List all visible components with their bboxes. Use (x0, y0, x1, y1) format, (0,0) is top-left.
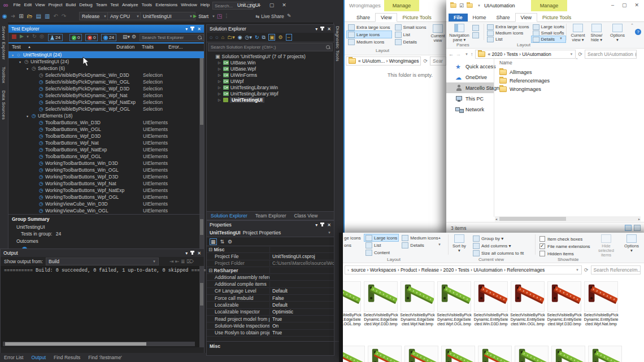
menu-item[interactable]: Build (64, 0, 77, 10)
menu-item[interactable]: Window (179, 0, 198, 10)
nav-item[interactable]: This PC (446, 93, 494, 104)
solution-tree-row[interactable]: ▷ UIBase.Win (207, 59, 334, 66)
window-position-icon[interactable]: ▾ (315, 27, 317, 32)
expander-icon[interactable]: ▷ (218, 60, 223, 64)
test-tree-row[interactable]: ▾ Selection (6) (8, 65, 204, 72)
menu-item[interactable]: Project (46, 0, 64, 10)
property-row[interactable]: Project Folder C:\Users\Marcello\source\… (207, 260, 334, 267)
vs-toolbar-extra-icons[interactable]: ◳ ⁞ (217, 10, 227, 22)
pending-changes-icon[interactable]: ◷▾ (245, 34, 252, 40)
options-button[interactable]: Options ▾ (623, 234, 640, 253)
layout-option[interactable]: Medium icons (486, 30, 530, 36)
more-tools-icon[interactable]: ⁞ (225, 13, 227, 19)
test-tree-row[interactable]: ▾ UnitTestingUI (24) (8, 58, 204, 65)
bottom-tab[interactable]: Error List (0, 355, 27, 360)
test-tree-row[interactable]: ▾ UnitTestingUI (24) (8, 51, 204, 58)
platform-dropdown[interactable]: Any CPU▼ (107, 12, 142, 20)
current-view-button[interactable]: Current view ▾ (569, 24, 586, 42)
ribbon-tab[interactable]: File (449, 14, 468, 21)
forward-icon[interactable]: → (456, 51, 461, 57)
property-row[interactable]: Force call msbuild False (207, 295, 334, 302)
maximize-button[interactable]: ▢ (622, 2, 627, 8)
collapse-ribbon-icon[interactable]: ⌃ (630, 23, 634, 28)
side-tab-diagnostic-tools[interactable]: Diagnostic Tools (334, 23, 341, 65)
layout-option[interactable]: Details (401, 242, 439, 248)
properties-object-dropdown[interactable]: UnitTestingUI Project Properties ▼ (207, 229, 334, 237)
up-icon[interactable]: ↑ (471, 51, 473, 57)
test-tree-row[interactable]: WorkingToolbarButtons_Win_OGL UIElements (8, 167, 204, 173)
file-row[interactable]: WrongImages (499, 85, 550, 93)
ribbon-checkbox[interactable]: Item check boxes (539, 235, 590, 242)
column-traits[interactable]: Traits (142, 44, 154, 50)
redo-icon[interactable]: ↷ (62, 13, 66, 19)
solution-tree-row[interactable]: ▷ UIWinForms (207, 72, 334, 78)
output-toolbar-icons[interactable]: ⇥ ⇤ ≣ ⌦ (169, 259, 194, 264)
property-row[interactable]: Use Roslyn to obtain project re True (207, 330, 334, 337)
notrun-tests-badge[interactable]: ! 24 (101, 34, 116, 41)
layout-option[interactable]: Medium icons (401, 234, 439, 241)
qat-folder-icon[interactable] (467, 3, 472, 8)
menu-item[interactable]: Edit (22, 0, 33, 10)
test-tree-row[interactable]: WorkingViewCube_Win_OGL UIElements (8, 207, 204, 214)
layout-option[interactable]: Small icons (394, 24, 428, 30)
output-vscrollbar[interactable] (199, 266, 204, 347)
property-value[interactable]: True (270, 316, 282, 322)
hscrollbar[interactable]: ◂ ▸ (495, 216, 641, 221)
layout-option[interactable]: Details (394, 38, 428, 45)
image-file-thumbnail[interactable] (367, 346, 402, 362)
test-tree-row[interactable]: WorkingToolbarButtons_Wpf_NatExp UIEleme… (8, 187, 204, 194)
panel-tab[interactable]: Team Explorer (251, 212, 290, 220)
navigation-pane-button[interactable]: Navigation pane ▾ (449, 24, 470, 42)
sort-by-button[interactable]: Sort by ▾ (451, 234, 467, 253)
refresh-icon[interactable]: ⟳ (423, 58, 428, 64)
expander-icon[interactable]: ▷ (218, 91, 223, 95)
test-tree-row[interactable]: WorkingToolbarButtons_Wpf_D3D UIElements (8, 173, 204, 180)
image-file-thumbnail[interactable]: SelectVisibleByPickDynamic.EdgeSelected.… (437, 281, 472, 326)
stop-icon[interactable] (12, 34, 16, 39)
config-dropdown[interactable]: Release▼ (79, 12, 110, 20)
address-box[interactable]: « 2020 › Tests › UIAutomation ▼ (475, 50, 576, 59)
preview-icon[interactable]: ‒ (286, 34, 292, 41)
column-header-name[interactable]: Name (499, 60, 512, 66)
menu-item[interactable]: Help (199, 0, 211, 10)
run-dropdown-icon[interactable]: ▼ (26, 35, 29, 38)
layout-option[interactable]: Medium icons (347, 38, 391, 45)
collapse-all-icon[interactable]: ⧉ (262, 34, 265, 41)
layout-option[interactable]: Extra large icons (486, 24, 530, 30)
property-value[interactable]: C:\Users\Marcello\source\Workspa (270, 260, 334, 266)
startup-project-dropdown[interactable]: UnitTestingUI▼ (140, 12, 195, 20)
property-value[interactable]: Default (270, 288, 288, 294)
expander-icon[interactable]: ▷ (218, 79, 223, 83)
side-tab[interactable]: Server Explorer (0, 23, 7, 63)
ribbon-checkbox[interactable]: File name extensions (539, 243, 590, 250)
image-file-thumbnail[interactable]: SelectVisibleByPickDynamic.EntitySelecte… (510, 281, 545, 326)
forward-icon[interactable]: ◌ (215, 34, 218, 40)
window-position-icon[interactable]: ▾ (185, 251, 188, 256)
undo-icon[interactable]: ↶ (53, 13, 58, 19)
image-file-thumbnail[interactable] (339, 346, 365, 362)
ribbon-checkbox[interactable]: Hidden items (539, 250, 590, 257)
nav-back-icon[interactable]: ◉ (2, 13, 7, 19)
thumbnail-view-toggle-icon[interactable] (634, 225, 641, 231)
expander-icon[interactable]: ▾ (12, 53, 17, 57)
test-tree-row[interactable]: SelectVisibleByPickDynamic_Wpf_Nat Selec… (8, 92, 204, 99)
bottom-tab[interactable]: Find Results (50, 355, 84, 360)
test-tree-row[interactable]: SelectVisibleByPickDynamic_Wpf_NatExp Se… (8, 99, 204, 106)
failed-tests-badge[interactable]: ✕ 0 (85, 34, 98, 41)
solution-tree-row[interactable]: ▷ UIWpf (207, 78, 334, 84)
test-tree-row[interactable]: WorkingToolbarButtons_Wpf_Nat UIElements (8, 180, 204, 187)
show-all-files-icon[interactable]: ▣ (268, 34, 276, 41)
current-view-button[interactable]: Current view (428, 24, 447, 43)
minimize-button[interactable]: – (611, 2, 614, 8)
menu-item[interactable]: Team (94, 0, 109, 10)
property-value[interactable]: Default (270, 302, 288, 308)
scroll-up-icon[interactable]: ▲ (438, 236, 441, 239)
save-icon[interactable]: ▤ (36, 13, 41, 19)
column-error[interactable]: Error... (168, 44, 183, 50)
nav-item[interactable]: Marcello Stagni (446, 82, 494, 93)
total-tests-badge[interactable]: 24 (48, 34, 63, 41)
passed-tests-badge[interactable]: ✓ 0 (69, 34, 82, 41)
test-tree-row[interactable]: SelectVisibleByPickDynamic_Win_OGL Selec… (8, 78, 204, 85)
pin-icon[interactable] (321, 27, 323, 30)
image-file-thumbnail[interactable] (588, 346, 623, 362)
